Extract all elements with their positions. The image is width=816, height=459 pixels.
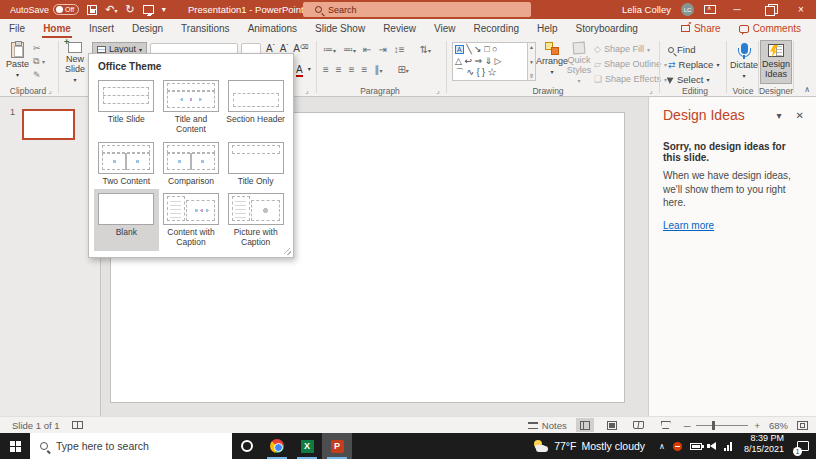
taskbar-app-excel[interactable]: X: [292, 433, 322, 459]
customize-qat-icon[interactable]: ▾: [162, 6, 166, 14]
shape-effects-button[interactable]: ❏ Shape Effects ▾: [594, 74, 667, 84]
quick-styles-button[interactable]: Quick Styles ▾: [566, 42, 592, 84]
notification-center-button[interactable]: 1: [790, 433, 816, 459]
restore-button[interactable]: [758, 0, 780, 19]
learn-more-link[interactable]: Learn more: [649, 210, 728, 231]
layout-option-comparison[interactable]: Comparison: [159, 138, 224, 190]
zoom-slider-thumb[interactable]: [712, 421, 715, 430]
menu-resize-handle[interactable]: [284, 248, 291, 255]
dictate-button[interactable]: Dictate ▾: [731, 43, 757, 79]
layout-option-title-content[interactable]: Title and Content: [159, 76, 224, 138]
cut-icon[interactable]: ✂: [33, 43, 45, 53]
slide-sorter-view-button[interactable]: [603, 418, 621, 432]
align-left-icon[interactable]: ≡: [323, 64, 329, 75]
font-dialog-launcher[interactable]: ⌟: [305, 86, 309, 95]
shape-outline-button[interactable]: ▱ Shape Outline ▾: [594, 59, 667, 69]
slide-indicator[interactable]: Slide 1 of 1: [12, 420, 60, 431]
paste-button[interactable]: Paste ▾: [6, 42, 29, 78]
decrease-indent-icon[interactable]: ⇤: [363, 44, 371, 55]
tab-review[interactable]: Review: [374, 19, 425, 38]
layout-option-title-only[interactable]: Title Only: [223, 138, 288, 190]
shape-fill-button[interactable]: ◇ Shape Fill ▾: [594, 44, 650, 54]
network-icon[interactable]: [724, 442, 732, 451]
taskbar-weather[interactable]: 77°F Mostly cloudy: [525, 433, 653, 459]
tab-slide-show[interactable]: Slide Show: [306, 19, 374, 38]
user-avatar[interactable]: LC: [681, 3, 694, 16]
layout-option-two-content[interactable]: Two Content: [94, 138, 159, 190]
notes-button[interactable]: Notes: [528, 420, 567, 431]
tab-file[interactable]: File: [0, 19, 34, 38]
panel-close-icon[interactable]: ✕: [796, 110, 804, 121]
font-color-button[interactable]: A▾: [296, 65, 311, 77]
minimize-button[interactable]: ─: [726, 0, 748, 19]
normal-view-button[interactable]: [576, 418, 594, 432]
volume-icon[interactable]: [710, 442, 716, 450]
collapse-ribbon-icon[interactable]: ∧: [804, 85, 810, 94]
layout-option-blank[interactable]: Blank: [94, 189, 159, 251]
layout-option-content-caption[interactable]: Content with Caption: [159, 189, 224, 251]
taskbar-app-powerpoint[interactable]: P: [322, 433, 352, 459]
paragraph-dialog-launcher[interactable]: ⌟: [436, 86, 440, 95]
tab-storyboarding[interactable]: Storyboarding: [567, 19, 647, 38]
undo-icon[interactable]: ↶▾: [105, 4, 117, 15]
start-slideshow-icon[interactable]: [143, 5, 154, 14]
ribbon-display-options-icon[interactable]: [704, 5, 716, 14]
replace-button[interactable]: ⇄ Replace ▾: [668, 59, 719, 70]
redo-icon[interactable]: ↻: [125, 4, 134, 15]
reading-view-button[interactable]: [630, 418, 648, 432]
line-spacing-icon[interactable]: ↕≡: [394, 44, 405, 55]
tab-transitions[interactable]: Transitions: [172, 19, 239, 38]
slideshow-view-button[interactable]: [657, 418, 675, 432]
zoom-level[interactable]: 68%: [769, 420, 788, 431]
share-button[interactable]: Share: [674, 22, 728, 35]
autosave-toggle[interactable]: AutoSave Off: [10, 4, 79, 15]
slide-thumbnail[interactable]: [22, 109, 75, 140]
save-icon[interactable]: [87, 5, 97, 15]
start-button[interactable]: [0, 433, 30, 459]
zoom-out-icon[interactable]: ─: [684, 420, 691, 431]
taskbar-app-circle[interactable]: [232, 433, 262, 459]
taskbar-app-chrome[interactable]: [262, 433, 292, 459]
taskbar-search[interactable]: Type here to search: [30, 433, 232, 459]
columns-icon[interactable]: ∥▾: [374, 64, 382, 75]
justify-icon[interactable]: ≡: [362, 64, 368, 75]
find-button[interactable]: Find: [668, 44, 695, 55]
drawing-dialog-launcher[interactable]: ⌟: [649, 86, 653, 95]
tray-app-icon[interactable]: [673, 442, 682, 451]
design-ideas-button[interactable]: Design Ideas: [760, 40, 792, 84]
layout-option-title-slide[interactable]: Title Slide: [94, 76, 159, 138]
search-box[interactable]: Search: [303, 2, 531, 17]
textbox-shape-icon[interactable]: A: [455, 45, 464, 54]
tab-help[interactable]: Help: [528, 19, 567, 38]
copy-icon[interactable]: ⧉ ▾: [33, 56, 45, 67]
tab-insert[interactable]: Insert: [80, 19, 123, 38]
shapes-scroll-up-icon[interactable]: ▲: [529, 44, 534, 50]
zoom-in-icon[interactable]: +: [754, 420, 760, 431]
tab-home[interactable]: Home: [34, 19, 80, 38]
user-name[interactable]: Lelia Colley: [622, 4, 671, 15]
format-painter-icon[interactable]: ✎: [33, 70, 45, 80]
shapes-gallery-scrollbar[interactable]: ▲ ▼ ⊽: [528, 42, 536, 81]
select-button[interactable]: Select ▾: [668, 74, 709, 85]
accessibility-icon[interactable]: [72, 421, 83, 429]
tab-animations[interactable]: Animations: [239, 19, 306, 38]
smartart-convert-icon[interactable]: ⊞▾: [397, 64, 408, 75]
shapes-scroll-down-icon[interactable]: ▼: [529, 59, 534, 65]
fit-slide-icon[interactable]: [797, 421, 808, 430]
layout-option-picture-caption[interactable]: Picture with Caption: [223, 189, 288, 251]
arrange-button[interactable]: Arrange ▾: [537, 42, 567, 75]
panel-options-icon[interactable]: ▾: [777, 110, 782, 121]
clear-formatting-icon[interactable]: A⌫: [293, 43, 308, 54]
shapes-gallery[interactable]: A ╲ ↘ □ ○ △ ↩ ⇒ ⇓ ▷ ⌒ ∿ { } ☆: [452, 42, 528, 81]
battery-icon[interactable]: [690, 443, 702, 450]
bullets-icon[interactable]: ≔▾: [323, 44, 336, 55]
increase-indent-icon[interactable]: ⇥: [378, 44, 386, 55]
clipboard-dialog-launcher[interactable]: ⌟: [48, 86, 52, 95]
taskbar-clock[interactable]: 8:39 PM 8/15/2021: [738, 433, 790, 459]
tab-recording[interactable]: Recording: [464, 19, 528, 38]
align-right-icon[interactable]: ≡: [349, 64, 355, 75]
tab-design[interactable]: Design: [123, 19, 172, 38]
layout-option-section-header[interactable]: Section Header: [223, 76, 288, 138]
numbering-icon[interactable]: ≕▾: [343, 44, 356, 55]
new-slide-button[interactable]: New Slide ▾: [61, 42, 89, 83]
